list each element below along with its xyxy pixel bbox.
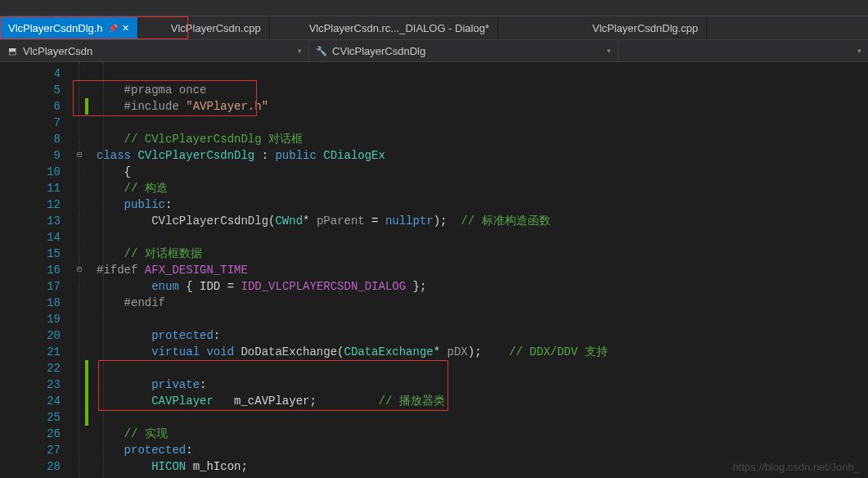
tab-label: VlcPlayerCsdnDlg.cpp (592, 22, 698, 34)
code-line[interactable]: { (97, 164, 868, 180)
line-number: 25 (0, 409, 61, 426)
code-line[interactable]: // CVlcPlayerCsdnDlg 对话框 (97, 131, 868, 147)
line-number: 22 (0, 360, 61, 377)
line-number: 5 (0, 82, 61, 98)
change-indicator (85, 393, 88, 409)
line-number: 10 (0, 164, 61, 180)
code-line[interactable]: #pragma once (97, 82, 868, 98)
change-indicator (85, 409, 88, 426)
scope-label: VlcPlayerCsdn (23, 45, 92, 57)
line-number: 16 (0, 262, 61, 278)
watermark: https://blog.csdn.net/Jonh_ (733, 461, 860, 473)
chevron-down-icon: ▾ (857, 47, 861, 55)
line-number: 19 (0, 311, 61, 327)
code-column[interactable]: #pragma once #include "AVPlayer.h" // CV… (74, 62, 868, 478)
line-number: 27 (0, 442, 61, 458)
tab-label: VlcPlayerCsdn.cpp (171, 22, 261, 34)
code-line[interactable]: #include "AVPlayer.h" (97, 98, 868, 115)
indent-guide (79, 62, 79, 478)
code-line[interactable] (97, 65, 868, 82)
line-number: 4 (0, 65, 61, 82)
code-line[interactable]: virtual void DoDataExchange(CDataExchang… (97, 344, 868, 360)
line-number: 18 (0, 295, 61, 311)
line-number: 26 (0, 426, 61, 442)
code-line[interactable]: public: (97, 196, 868, 213)
code-line[interactable]: #ifdef AFX_DESIGN_TIME (97, 262, 868, 278)
change-indicator (85, 377, 88, 393)
navigation-bar: ⬒ VlcPlayerCsdn ▾ 🔧 CVlcPlayerCsdnDlg ▾ … (0, 39, 868, 62)
menu-bar-area (0, 0, 868, 16)
scope-dropdown[interactable]: ⬒ VlcPlayerCsdn ▾ (0, 40, 309, 61)
close-icon[interactable]: × (123, 22, 129, 34)
line-number: 14 (0, 229, 61, 246)
code-line[interactable]: private: (97, 377, 868, 393)
line-number: 6 (0, 98, 61, 115)
code-line[interactable]: protected: (97, 327, 868, 344)
code-line[interactable]: enum { IDD = IDD_VLCPLAYERCSDN_DIALOG }; (97, 278, 868, 295)
code-line[interactable]: class CVlcPlayerCsdnDlg : public CDialog… (97, 147, 868, 164)
code-line[interactable]: CVlcPlayerCsdnDlg(CWnd* pParent = nullpt… (97, 213, 868, 229)
tab-label: VlcPlayerCsdn.rc..._DIALOG - Dialog* (309, 22, 489, 34)
tab-item[interactable]: VlcPlayerCsdn.rc..._DIALOG - Dialog* (301, 16, 498, 39)
tab-label: VlcPlayerCsdnDlg.h (8, 22, 103, 34)
line-number: 15 (0, 246, 61, 262)
line-number: 17 (0, 278, 61, 295)
code-line[interactable]: // 对话框数据 (97, 246, 868, 262)
tab-active[interactable]: VlcPlayerCsdnDlg.h 📌 × (0, 16, 138, 39)
line-number: 21 (0, 344, 61, 360)
member-label: CVlcPlayerCsdnDlg (332, 45, 425, 57)
project-icon: ⬒ (7, 45, 18, 56)
code-line[interactable]: CAVPlayer m_cAVPlayer; // 播放器类 (97, 393, 868, 409)
tab-item[interactable]: VlcPlayerCsdn.cpp (163, 16, 270, 39)
member-dropdown[interactable]: 🔧 CVlcPlayerCsdnDlg ▾ (309, 40, 618, 61)
code-line[interactable] (97, 311, 868, 327)
code-editor[interactable]: 4567891011121314151617181920212223242526… (0, 62, 868, 478)
code-line[interactable] (97, 409, 868, 426)
line-number: 8 (0, 131, 61, 147)
document-tabs: VlcPlayerCsdnDlg.h 📌 × VlcPlayerCsdn.cpp… (0, 16, 868, 39)
chevron-down-icon: ▾ (298, 47, 302, 55)
line-number: 20 (0, 327, 61, 344)
code-line[interactable] (97, 115, 868, 131)
line-number-gutter: 4567891011121314151617181920212223242526… (0, 62, 74, 478)
change-indicator (85, 98, 88, 115)
line-number: 7 (0, 115, 61, 131)
class-icon: 🔧 (316, 45, 327, 56)
code-line[interactable]: // 实现 (97, 426, 868, 442)
code-line[interactable]: #endif (97, 295, 868, 311)
code-line[interactable] (97, 360, 868, 377)
chevron-down-icon: ▾ (607, 47, 611, 55)
code-line[interactable]: // 构造 (97, 180, 868, 196)
line-number: 24 (0, 393, 61, 409)
change-indicator (85, 360, 88, 377)
code-line[interactable]: protected: (97, 442, 868, 458)
indent-guide (103, 62, 104, 478)
tab-item[interactable]: VlcPlayerCsdnDlg.cpp (584, 16, 707, 39)
code-line[interactable] (97, 229, 868, 246)
function-dropdown[interactable]: ▾ (618, 40, 868, 61)
line-number: 28 (0, 458, 61, 475)
line-number: 9 (0, 147, 61, 164)
pin-icon[interactable]: 📌 (108, 24, 118, 33)
line-number: 13 (0, 213, 61, 229)
line-number: 12 (0, 196, 61, 213)
line-number: 23 (0, 377, 61, 393)
line-number: 11 (0, 180, 61, 196)
